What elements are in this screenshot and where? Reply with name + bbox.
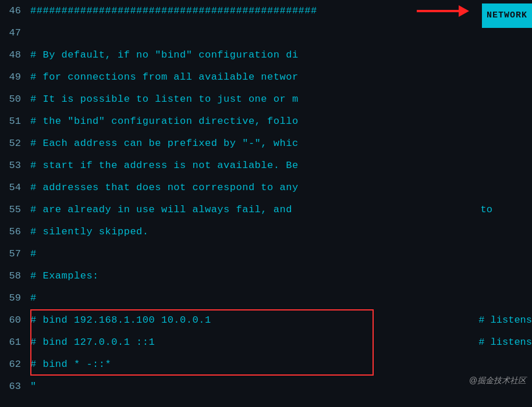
right-comment-61: # listens — [478, 331, 532, 354]
code-line-50: 50 # It is possible to listen to just on… — [0, 88, 532, 110]
code-line-54: 54 # addresses that does not correspond … — [0, 177, 532, 199]
line-content-60: # bind 192.168.1.100 10.0.0.1 — [30, 309, 532, 331]
line-number-62: 62 — [0, 354, 30, 376]
line-number-50: 50 — [0, 88, 30, 110]
line-number-53: 53 — [0, 155, 30, 177]
line-number-48: 48 — [0, 44, 30, 66]
line-number-54: 54 — [0, 177, 30, 199]
code-line-60: 60 # bind 192.168.1.100 10.0.0.1 # liste… — [0, 309, 532, 331]
line-content-52: # Each address can be prefixed by "-", w… — [30, 133, 532, 155]
line-content-56: # silently skipped. — [30, 221, 532, 243]
line-content-53: # start if the address is not available.… — [30, 155, 532, 177]
code-line-58: 58 # Examples: — [0, 265, 532, 287]
line-number-58: 58 — [0, 265, 30, 287]
line-number-59: 59 — [0, 287, 30, 309]
red-arrow-icon — [417, 2, 469, 20]
line-content-55: # are already in use will always fail, a… — [30, 199, 532, 221]
line-number-61: 61 — [0, 331, 30, 354]
line-content-62: # bind * -::* — [30, 354, 532, 376]
line-number-63: 63 — [0, 376, 30, 398]
code-area: 46 #####################################… — [0, 0, 532, 398]
line-number-51: 51 — [0, 110, 30, 133]
line-content-57: # — [30, 243, 532, 265]
svg-marker-1 — [459, 5, 469, 17]
line-content-50: # It is possible to listen to just one o… — [30, 88, 532, 110]
line-number-57: 57 — [0, 243, 30, 265]
code-line-47: 47 — [0, 22, 532, 44]
line-content-63: " — [30, 376, 532, 398]
code-line-48: 48 # By default, if no "bind" configurat… — [0, 44, 532, 66]
line-content-49: # for connections from all available net… — [30, 66, 532, 88]
code-line-52: 52 # Each address can be prefixed by "-"… — [0, 133, 532, 155]
line-content-48: # By default, if no "bind" configuration… — [30, 44, 532, 66]
line-number-55: 55 — [0, 199, 30, 221]
line-number-47: 47 — [0, 22, 30, 44]
code-line-62: 62 # bind * -::* — [0, 354, 532, 376]
right-comment-60: # listens — [478, 309, 532, 331]
line-number-56: 56 — [0, 221, 30, 243]
code-line-63: 63 " — [0, 376, 532, 398]
text-to: to — [481, 199, 492, 221]
code-line-59: 59 # — [0, 287, 532, 309]
line-number-46: 46 — [0, 0, 30, 22]
code-line-61: 61 # bind 127.0.0.1 ::1 # listens — [0, 331, 532, 354]
line-content-59: # — [30, 287, 532, 309]
code-line-55: 55 # are already in use will always fail… — [0, 199, 532, 221]
watermark: @掘金技术社区 — [469, 376, 526, 386]
line-number-52: 52 — [0, 133, 30, 155]
line-content-61: # bind 127.0.0.1 ::1 — [30, 331, 532, 354]
line-content-58: # Examples: — [30, 265, 532, 287]
code-line-57: 57 # — [0, 243, 532, 265]
code-line-51: 51 # the "bind" configuration directive,… — [0, 110, 532, 133]
line-number-60: 60 — [0, 309, 30, 331]
line-number-49: 49 — [0, 66, 30, 88]
code-line-49: 49 # for connections from all available … — [0, 66, 532, 88]
editor-container: 46 #####################################… — [0, 0, 532, 407]
network-badge: NETWORK — [482, 3, 532, 28]
code-line-53: 53 # start if the address is not availab… — [0, 155, 532, 177]
line-content-54: # addresses that does not correspond to … — [30, 177, 532, 199]
code-line-56: 56 # silently skipped. — [0, 221, 532, 243]
line-content-51: # the "bind" configuration directive, fo… — [30, 110, 532, 133]
code-line-46: 46 #####################################… — [0, 0, 532, 22]
